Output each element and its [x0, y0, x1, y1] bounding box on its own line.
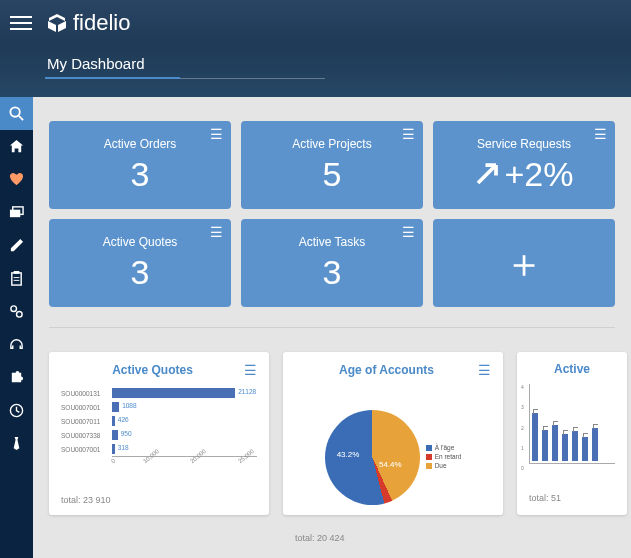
tile-service-requests[interactable]: ☰ Service Requests +2%: [433, 121, 615, 209]
pie-chart: 54.4% 43.2% À l'âge En retard Due: [295, 386, 491, 529]
sidebar-item-history[interactable]: [0, 394, 33, 427]
folders-icon: [9, 205, 24, 220]
svg-point-6: [11, 306, 17, 312]
charts-row: Active Quotes ☰ SOU000013121128 SOU00070…: [49, 352, 615, 515]
menu-toggle-button[interactable]: [10, 16, 32, 30]
page-title-wrap: My Dashboard: [45, 51, 325, 79]
chart-card-active[interactable]: Active 43210 total: 51: [517, 352, 627, 515]
sidebar-item-search[interactable]: [0, 97, 33, 130]
tie-icon: [9, 436, 24, 451]
sidebar-nav: [0, 97, 33, 558]
chart-total: total: 20 424: [295, 533, 491, 543]
puzzle-icon: [9, 370, 24, 385]
tile-value: 3: [131, 155, 150, 194]
sidebar-item-settings[interactable]: [0, 295, 33, 328]
sidebar-item-tie[interactable]: [0, 427, 33, 460]
app-header: fidelio: [0, 0, 631, 45]
svg-rect-5: [14, 271, 20, 274]
tile-label: Active Tasks: [299, 235, 365, 249]
tile-value: 3: [131, 253, 150, 292]
sidebar-item-support[interactable]: [0, 328, 33, 361]
tile-add-new[interactable]: ＋: [433, 219, 615, 307]
tile-active-projects[interactable]: ☰ Active Projects 5: [241, 121, 423, 209]
page-title: My Dashboard: [45, 51, 325, 76]
vbar-chart: 43210: [529, 384, 615, 489]
chart-total: total: 51: [529, 493, 615, 503]
tile-value: 3: [323, 253, 342, 292]
chart-title: Active Quotes: [61, 363, 244, 377]
sidebar-item-modules[interactable]: [0, 361, 33, 394]
hbar-chart: SOU000013121128 SOU00070011088 SOU000701…: [61, 386, 257, 491]
sidebar-item-clipboard[interactable]: [0, 262, 33, 295]
sub-header: My Dashboard: [0, 45, 631, 97]
clipboard-icon: [9, 271, 24, 286]
kpi-tiles-grid: ☰ Active Orders 3 ☰ Active Projects 5 ☰ …: [49, 121, 615, 328]
tile-active-tasks[interactable]: ☰ Active Tasks 3: [241, 219, 423, 307]
plus-icon: ＋: [504, 236, 544, 291]
sidebar-item-favorites[interactable]: [0, 163, 33, 196]
chart-card-age-accounts[interactable]: Age of Accounts ☰ 54.4% 43.2% À l'âge En…: [283, 352, 503, 515]
heart-icon: [9, 172, 24, 187]
tile-value: 5: [323, 155, 342, 194]
search-icon: [9, 106, 24, 121]
tile-label: Active Quotes: [103, 235, 178, 249]
hamburger-icon[interactable]: ☰: [594, 127, 607, 141]
tile-label: Active Projects: [292, 137, 371, 151]
sidebar-item-home[interactable]: [0, 130, 33, 163]
dashboard-content: ☰ Active Orders 3 ☰ Active Projects 5 ☰ …: [33, 97, 631, 558]
hamburger-icon[interactable]: ☰: [210, 225, 223, 239]
svg-line-1: [19, 116, 23, 120]
gears-icon: [9, 304, 24, 319]
list-icon[interactable]: ☰: [244, 362, 257, 378]
pie-legend: À l'âge En retard Due: [426, 444, 462, 471]
svg-point-0: [10, 107, 19, 116]
trend-up-icon: [475, 162, 499, 186]
list-icon[interactable]: ☰: [478, 362, 491, 378]
tile-active-quotes[interactable]: ☰ Active Quotes 3: [49, 219, 231, 307]
svg-rect-4: [12, 273, 21, 285]
svg-point-7: [17, 312, 23, 318]
tile-label: Service Requests: [477, 137, 571, 151]
headset-icon: [9, 337, 24, 352]
tile-active-orders[interactable]: ☰ Active Orders 3: [49, 121, 231, 209]
brand-logo: fidelio: [47, 10, 130, 36]
hamburger-icon[interactable]: ☰: [402, 127, 415, 141]
chart-card-active-quotes[interactable]: Active Quotes ☰ SOU000013121128 SOU00070…: [49, 352, 269, 515]
home-icon: [9, 139, 24, 154]
chart-total: total: 23 910: [61, 495, 257, 505]
sidebar-item-folders[interactable]: [0, 196, 33, 229]
tile-value: +2%: [475, 155, 574, 194]
hamburger-icon[interactable]: ☰: [402, 225, 415, 239]
chart-title: Active: [529, 362, 615, 376]
brand-text: fidelio: [73, 10, 130, 36]
sidebar-item-edit[interactable]: [0, 229, 33, 262]
hamburger-icon[interactable]: ☰: [210, 127, 223, 141]
tile-label: Active Orders: [104, 137, 177, 151]
clock-icon: [9, 403, 24, 418]
pencil-icon: [9, 238, 24, 253]
chart-title: Age of Accounts: [295, 363, 478, 377]
svg-rect-2: [10, 210, 20, 218]
cube-icon: [47, 13, 67, 33]
